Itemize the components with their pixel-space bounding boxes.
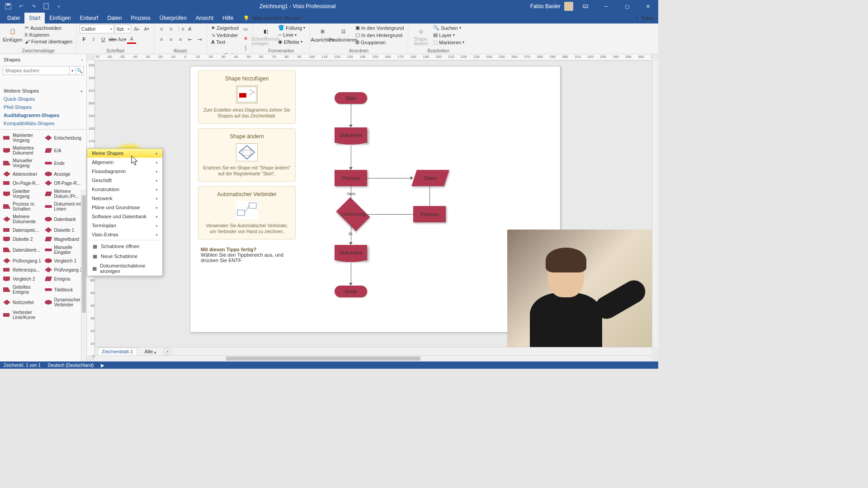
font-name-combo[interactable]: Calibri▾ xyxy=(80,24,114,33)
flyout-item[interactable]: Geschäft▸ xyxy=(87,176,162,185)
minimize-icon[interactable]: ─ xyxy=(598,0,615,13)
canvas[interactable]: Shape hinzufügen Zum Erstellen eines Dia… xyxy=(95,61,652,347)
search-dropdown-icon[interactable]: ▾ xyxy=(70,66,76,75)
flyout-item[interactable]: Allgemein▸ xyxy=(87,158,162,167)
shape-item[interactable]: Verbinder Linie/Kurve xyxy=(2,309,43,321)
shape-item[interactable]: Manueller Vorgang xyxy=(2,157,43,169)
search-go-icon[interactable]: 🔍 xyxy=(76,66,84,75)
flyout-item[interactable]: Terminplan▸ xyxy=(87,221,162,230)
font-color-button[interactable]: A xyxy=(127,35,136,44)
cat-weitere[interactable]: Weitere Shapes▸ xyxy=(0,87,86,95)
close-icon[interactable]: ✕ xyxy=(639,0,656,13)
quick-styles-button[interactable]: ◧Schnellformat- vorlagen xyxy=(256,24,276,46)
effects-button[interactable]: ◉Effekte▾ xyxy=(277,38,307,45)
menu-prozess[interactable]: Prozess xyxy=(126,13,155,23)
italic-button[interactable]: I xyxy=(89,35,98,44)
connector-tool-button[interactable]: ↘Verbinder xyxy=(210,32,240,38)
flow-process[interactable]: Prozess xyxy=(335,170,367,186)
position-button[interactable]: ⊡Positionieren xyxy=(333,24,353,42)
shape-item[interactable]: Notizzettel xyxy=(2,296,43,308)
underline-button[interactable]: U xyxy=(99,35,108,44)
vertical-scrollbar[interactable] xyxy=(652,61,658,347)
qa-dropdown-icon[interactable]: ▾ xyxy=(52,1,65,12)
cat-audit[interactable]: Auditdiagramm-Shapes xyxy=(0,111,86,119)
shape-item[interactable]: Vergleich 2 xyxy=(2,275,43,283)
arc-tool-button[interactable]: ⟆ xyxy=(241,43,250,52)
share-button[interactable]: ⇪Teilen xyxy=(635,13,654,23)
status-page[interactable]: Zeichenbl. 1 von 1 xyxy=(4,363,41,368)
shape-item[interactable]: Entscheidung xyxy=(43,132,85,144)
macro-icon[interactable]: ▶ xyxy=(101,363,104,368)
flyout-item[interactable]: Konstruktion▸ xyxy=(87,185,162,194)
line-button[interactable]: ─Linie▾ xyxy=(277,32,307,38)
ribbon-options-icon[interactable] xyxy=(577,0,594,13)
shapes-search-input[interactable] xyxy=(3,66,70,75)
shape-item[interactable]: Prüfvorgang 2 xyxy=(43,266,85,274)
shape-item[interactable]: Off-Page-R... xyxy=(43,179,85,187)
indent-dec-button[interactable]: ⇤ xyxy=(185,35,194,44)
flow-document[interactable]: Dokument xyxy=(335,127,367,143)
menu-entwurf[interactable]: Entwurf xyxy=(75,13,103,23)
change-shape-button[interactable]: ◇Shape ändern xyxy=(411,24,431,46)
user-name[interactable]: Fabio Basler xyxy=(530,3,561,9)
strike-button[interactable]: abc xyxy=(108,35,117,44)
group-button[interactable]: ⊞Gruppieren xyxy=(354,39,405,46)
menu-einfuegen[interactable]: Einfügen xyxy=(45,13,75,23)
text-tool-button[interactable]: AText xyxy=(210,39,240,45)
shape-item[interactable]: On-Page-R... xyxy=(2,179,43,187)
bold-button[interactable]: F xyxy=(80,35,89,44)
flow-end[interactable]: Ende xyxy=(335,286,367,297)
shape-item[interactable]: Titelblock xyxy=(43,284,85,296)
shape-item[interactable]: Markiertes Dokument xyxy=(2,145,43,156)
shapes-scrollbar[interactable] xyxy=(81,190,86,361)
flyout-item[interactable]: Meine Shapes▸ xyxy=(87,149,162,158)
shape-item[interactable]: Vergleich 1 xyxy=(43,257,85,265)
layer-button[interactable]: ▤Layer▾ xyxy=(432,32,466,38)
align-center-button[interactable]: ≡ xyxy=(166,35,175,44)
bullets-button[interactable]: ⋮≡ xyxy=(176,24,185,33)
align-mid-button[interactable]: ≡ xyxy=(166,24,175,33)
menu-datei[interactable]: Datei xyxy=(3,13,24,23)
new-doc-icon[interactable] xyxy=(40,1,52,12)
align-right-button[interactable]: ≡ xyxy=(176,35,185,44)
cut-button[interactable]: ✂Ausschneiden xyxy=(24,24,74,31)
fill-button[interactable]: 🪣Füllung▾ xyxy=(277,24,307,31)
menu-daten[interactable]: Daten xyxy=(103,13,126,23)
cat-quick[interactable]: Quick-Shapes xyxy=(0,95,86,103)
rect-tool-button[interactable]: ▭ xyxy=(241,24,250,33)
shape-item[interactable]: Dokument mit Linien xyxy=(43,201,85,212)
flow-start[interactable]: Start xyxy=(335,92,367,104)
grow-font-button[interactable]: A▴ xyxy=(132,24,141,33)
scrollbar-thumb[interactable] xyxy=(226,357,420,361)
tell-me[interactable]: 💡Was möchten Sie tun? xyxy=(243,13,302,23)
shape-item[interactable]: Anzeige xyxy=(43,170,85,178)
indent-inc-button[interactable]: ⇥ xyxy=(195,35,204,44)
shape-item[interactable]: Datenübertr... xyxy=(2,244,43,256)
collapse-icon[interactable]: ‹ xyxy=(81,57,83,62)
user-avatar[interactable] xyxy=(564,2,573,11)
shape-item[interactable]: Prozess m. Schatten xyxy=(2,201,43,212)
align-left-button[interactable]: ≡ xyxy=(157,35,166,44)
flyout-item[interactable]: Visio-Extras▸ xyxy=(87,230,162,239)
copy-button[interactable]: ⎘Kopieren xyxy=(24,32,74,38)
paste-button[interactable]: 📋Einfügen xyxy=(3,24,23,42)
format-painter-button[interactable]: 🖌Format übertragen xyxy=(24,38,74,45)
flow-process-2[interactable]: Prozess xyxy=(413,206,446,222)
flyout-item[interactable]: Software und Datenbank▸ xyxy=(87,212,162,221)
align-top-button[interactable]: ≡ xyxy=(157,24,166,33)
pointer-tool-button[interactable]: ➤Zeigertool xyxy=(210,24,240,31)
shape-item[interactable]: Ende xyxy=(43,157,85,169)
shape-item[interactable]: Mehrere Dokumente xyxy=(2,213,43,225)
flyout-item[interactable]: ▦Dokumentschablone anzeigen xyxy=(87,261,162,276)
menu-ansicht[interactable]: Ansicht xyxy=(191,13,218,23)
status-lang[interactable]: Deutsch (Deutschland) xyxy=(48,363,94,368)
menu-start[interactable]: Start xyxy=(24,13,45,23)
shape-item[interactable]: Markierter Vorgang xyxy=(2,132,43,144)
flow-document-2[interactable]: Dokument xyxy=(335,245,367,260)
redo-icon[interactable]: ↷ xyxy=(27,1,40,12)
send-back-button[interactable]: ▢In den Hintergrund xyxy=(354,32,405,38)
shape-item[interactable]: Geteilter Vorgang xyxy=(2,188,43,200)
flyout-item[interactable]: ▦Schablone öffnen xyxy=(87,241,162,251)
shape-item[interactable]: Datenbank xyxy=(43,213,85,225)
shape-item[interactable]: Datenspeic... xyxy=(2,226,43,234)
